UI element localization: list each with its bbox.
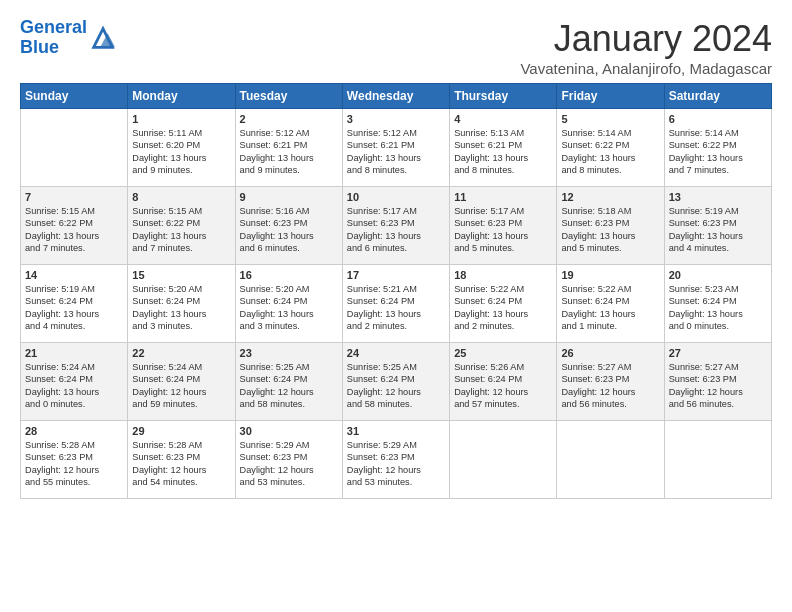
cell-line: Sunrise: 5:13 AM <box>454 128 524 138</box>
table-row: 17Sunrise: 5:21 AMSunset: 6:24 PMDayligh… <box>342 265 449 343</box>
day-number: 31 <box>347 425 445 437</box>
cell-content: Sunrise: 5:17 AMSunset: 6:23 PMDaylight:… <box>454 205 552 255</box>
cell-line: and 7 minutes. <box>25 243 85 253</box>
header-row: General Blue January 2024 Vavatenina, An… <box>20 18 772 77</box>
day-number: 25 <box>454 347 552 359</box>
col-saturday: Saturday <box>664 84 771 109</box>
cell-line: and 8 minutes. <box>454 165 514 175</box>
title-block: January 2024 Vavatenina, Analanjirofo, M… <box>520 18 772 77</box>
cell-line: and 3 minutes. <box>240 321 300 331</box>
day-number: 19 <box>561 269 659 281</box>
cell-content: Sunrise: 5:19 AMSunset: 6:23 PMDaylight:… <box>669 205 767 255</box>
logo-general: General <box>20 17 87 37</box>
day-number: 20 <box>669 269 767 281</box>
table-row: 5Sunrise: 5:14 AMSunset: 6:22 PMDaylight… <box>557 109 664 187</box>
cell-line: and 53 minutes. <box>347 477 412 487</box>
table-row: 6Sunrise: 5:14 AMSunset: 6:22 PMDaylight… <box>664 109 771 187</box>
cell-line: Daylight: 13 hours <box>561 231 635 241</box>
day-number: 2 <box>240 113 338 125</box>
cell-line: Daylight: 13 hours <box>240 309 314 319</box>
cell-line: Sunrise: 5:21 AM <box>347 284 417 294</box>
cell-content: Sunrise: 5:22 AMSunset: 6:24 PMDaylight:… <box>561 283 659 333</box>
cell-line: Sunset: 6:21 PM <box>347 140 415 150</box>
table-row: 28Sunrise: 5:28 AMSunset: 6:23 PMDayligh… <box>21 421 128 499</box>
cell-line: Daylight: 12 hours <box>25 465 99 475</box>
cell-line: Sunset: 6:24 PM <box>454 296 522 306</box>
day-number: 3 <box>347 113 445 125</box>
cell-content: Sunrise: 5:18 AMSunset: 6:23 PMDaylight:… <box>561 205 659 255</box>
cell-line: Daylight: 13 hours <box>132 153 206 163</box>
cell-line: Daylight: 13 hours <box>347 309 421 319</box>
cell-content: Sunrise: 5:29 AMSunset: 6:23 PMDaylight:… <box>240 439 338 489</box>
table-row: 22Sunrise: 5:24 AMSunset: 6:24 PMDayligh… <box>128 343 235 421</box>
cell-content: Sunrise: 5:17 AMSunset: 6:23 PMDaylight:… <box>347 205 445 255</box>
cell-line: Sunrise: 5:14 AM <box>669 128 739 138</box>
calendar-week-4: 21Sunrise: 5:24 AMSunset: 6:24 PMDayligh… <box>21 343 772 421</box>
cell-line: Sunset: 6:22 PM <box>669 140 737 150</box>
table-row: 27Sunrise: 5:27 AMSunset: 6:23 PMDayligh… <box>664 343 771 421</box>
col-friday: Friday <box>557 84 664 109</box>
table-row: 18Sunrise: 5:22 AMSunset: 6:24 PMDayligh… <box>450 265 557 343</box>
cell-line: Daylight: 12 hours <box>561 387 635 397</box>
cell-line: Daylight: 13 hours <box>669 153 743 163</box>
day-number: 23 <box>240 347 338 359</box>
table-row: 23Sunrise: 5:25 AMSunset: 6:24 PMDayligh… <box>235 343 342 421</box>
table-row: 2Sunrise: 5:12 AMSunset: 6:21 PMDaylight… <box>235 109 342 187</box>
day-number: 11 <box>454 191 552 203</box>
cell-line: Sunset: 6:24 PM <box>347 374 415 384</box>
cell-content: Sunrise: 5:14 AMSunset: 6:22 PMDaylight:… <box>669 127 767 177</box>
cell-line: Sunset: 6:24 PM <box>240 374 308 384</box>
cell-line: Sunrise: 5:19 AM <box>25 284 95 294</box>
cell-line: Sunset: 6:20 PM <box>132 140 200 150</box>
table-row: 21Sunrise: 5:24 AMSunset: 6:24 PMDayligh… <box>21 343 128 421</box>
cell-line: Daylight: 13 hours <box>347 153 421 163</box>
cell-line: and 56 minutes. <box>669 399 734 409</box>
calendar-week-5: 28Sunrise: 5:28 AMSunset: 6:23 PMDayligh… <box>21 421 772 499</box>
cell-line: Daylight: 13 hours <box>347 231 421 241</box>
table-row: 24Sunrise: 5:25 AMSunset: 6:24 PMDayligh… <box>342 343 449 421</box>
table-row <box>21 109 128 187</box>
cell-content: Sunrise: 5:14 AMSunset: 6:22 PMDaylight:… <box>561 127 659 177</box>
cell-line: and 56 minutes. <box>561 399 626 409</box>
cell-line: Daylight: 13 hours <box>669 231 743 241</box>
cell-line: Sunset: 6:24 PM <box>25 374 93 384</box>
cell-line: Daylight: 13 hours <box>454 153 528 163</box>
cell-line: Sunrise: 5:17 AM <box>454 206 524 216</box>
day-number: 12 <box>561 191 659 203</box>
cell-line: and 1 minute. <box>561 321 617 331</box>
cell-line: and 6 minutes. <box>240 243 300 253</box>
cell-line: and 57 minutes. <box>454 399 519 409</box>
cell-line: Daylight: 13 hours <box>669 309 743 319</box>
cell-line: Sunset: 6:23 PM <box>25 452 93 462</box>
cell-content: Sunrise: 5:15 AMSunset: 6:22 PMDaylight:… <box>132 205 230 255</box>
cell-line: Sunrise: 5:27 AM <box>561 362 631 372</box>
day-number: 24 <box>347 347 445 359</box>
day-number: 4 <box>454 113 552 125</box>
cell-content: Sunrise: 5:27 AMSunset: 6:23 PMDaylight:… <box>669 361 767 411</box>
header-row-days: Sunday Monday Tuesday Wednesday Thursday… <box>21 84 772 109</box>
cell-line: and 5 minutes. <box>561 243 621 253</box>
day-number: 29 <box>132 425 230 437</box>
cell-line: Sunrise: 5:28 AM <box>25 440 95 450</box>
cell-line: Sunrise: 5:20 AM <box>132 284 202 294</box>
day-number: 17 <box>347 269 445 281</box>
cell-line: Sunrise: 5:22 AM <box>561 284 631 294</box>
day-number: 10 <box>347 191 445 203</box>
table-row: 29Sunrise: 5:28 AMSunset: 6:23 PMDayligh… <box>128 421 235 499</box>
day-number: 21 <box>25 347 123 359</box>
location-title: Vavatenina, Analanjirofo, Madagascar <box>520 60 772 77</box>
cell-line: and 6 minutes. <box>347 243 407 253</box>
col-wednesday: Wednesday <box>342 84 449 109</box>
cell-content: Sunrise: 5:25 AMSunset: 6:24 PMDaylight:… <box>240 361 338 411</box>
cell-line: Sunset: 6:21 PM <box>240 140 308 150</box>
cell-line: Daylight: 12 hours <box>347 387 421 397</box>
col-sunday: Sunday <box>21 84 128 109</box>
cell-line: and 54 minutes. <box>132 477 197 487</box>
cell-line: Sunset: 6:23 PM <box>240 452 308 462</box>
table-row <box>557 421 664 499</box>
cell-content: Sunrise: 5:21 AMSunset: 6:24 PMDaylight:… <box>347 283 445 333</box>
cell-line: Sunrise: 5:12 AM <box>347 128 417 138</box>
cell-line: Daylight: 12 hours <box>454 387 528 397</box>
cell-line: and 3 minutes. <box>132 321 192 331</box>
cell-line: Sunset: 6:23 PM <box>669 374 737 384</box>
